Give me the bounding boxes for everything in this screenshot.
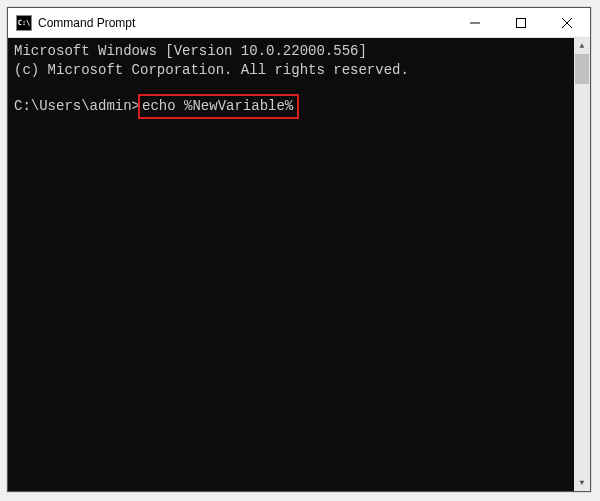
scroll-up-arrow-icon[interactable]: ▲ [574, 38, 590, 54]
maximize-icon [516, 18, 526, 28]
terminal-output-line: (c) Microsoft Corporation. All rights re… [14, 61, 584, 80]
prompt-text: C:\Users\admin> [14, 97, 140, 116]
scrollbar-thumb[interactable] [575, 54, 589, 84]
window-title: Command Prompt [38, 16, 452, 30]
cmd-icon: C:\ [16, 15, 32, 31]
vertical-scrollbar[interactable]: ▲ ▼ [574, 38, 590, 491]
scroll-down-arrow-icon[interactable]: ▼ [574, 475, 590, 491]
titlebar[interactable]: C:\ Command Prompt [8, 8, 590, 38]
minimize-button[interactable] [452, 8, 498, 37]
svg-rect-1 [517, 18, 526, 27]
close-icon [562, 18, 572, 28]
command-highlight: echo %NewVariable% [138, 94, 299, 119]
terminal-output-line: Microsoft Windows [Version 10.0.22000.55… [14, 42, 584, 61]
close-button[interactable] [544, 8, 590, 37]
minimize-icon [470, 18, 480, 28]
maximize-button[interactable] [498, 8, 544, 37]
command-prompt-window: C:\ Command Prompt Microsoft Windows [Ve… [7, 7, 591, 492]
command-text: echo %NewVariable% [142, 98, 293, 114]
terminal-area[interactable]: Microsoft Windows [Version 10.0.22000.55… [8, 38, 590, 491]
window-controls [452, 8, 590, 37]
terminal-prompt-line: C:\Users\admin>echo %NewVariable% [14, 94, 584, 119]
